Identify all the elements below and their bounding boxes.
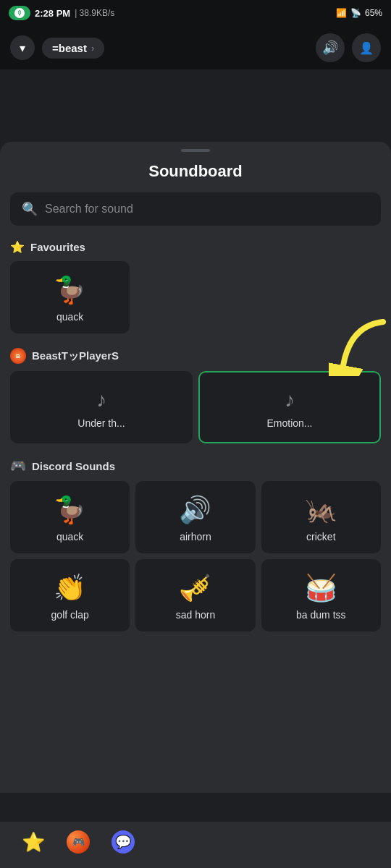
beast-players-header: B BeastTッPlayerS: [0, 348, 391, 371]
search-bar[interactable]: 🔍 Search for sound: [10, 192, 381, 226]
airhorn-label: airhorn: [180, 531, 211, 542]
mic-dot: 🎙: [14, 8, 25, 18]
sound-quack-discord[interactable]: 🦆 quack: [10, 481, 130, 553]
star-icon: ⭐: [10, 240, 25, 254]
channel-chevron-icon: ›: [91, 43, 94, 54]
search-placeholder: Search for sound: [45, 203, 133, 216]
speaker-icon: 🔊: [322, 40, 338, 56]
status-time: 2:28 PM: [35, 8, 70, 19]
add-user-icon: 👤: [359, 41, 374, 55]
beast-players-title: BeastTッPlayerS: [32, 349, 119, 363]
cricket-label: cricket: [306, 531, 335, 542]
top-bar-right: 🔊 👤: [316, 33, 381, 62]
ba-dum-tss-label: ba dum tss: [296, 609, 345, 621]
nav-discord[interactable]: 💬: [112, 830, 135, 854]
ba-dum-tss-icon: 🥁: [305, 573, 337, 603]
nav-favourites[interactable]: ⭐: [22, 831, 45, 854]
soundboard-panel: Soundboard 🔍 Search for sound ⭐ Favourit…: [0, 142, 391, 793]
bottom-nav: ⭐ 🎮 💬: [0, 821, 391, 868]
quack-discord-label: quack: [56, 531, 83, 542]
discord-sounds-title: Discord Sounds: [32, 460, 115, 472]
beast-sounds-grid: ♪ Under th... ♪ Emotion...: [0, 371, 391, 443]
beast-server-icon: B: [10, 348, 26, 364]
sad-horn-label: sad horn: [176, 609, 215, 621]
panel-handle: [0, 142, 391, 159]
status-left: 🎙 2:28 PM | 38.9KB/s: [9, 6, 114, 20]
emotion-label: Emotion...: [266, 417, 312, 429]
battery-indicator: 65%: [365, 8, 382, 18]
sound-quack-fav[interactable]: 🦆 quack: [10, 261, 130, 333]
sound-sad-horn[interactable]: 🎺 sad horn: [135, 559, 255, 631]
golf-clap-label: golf clap: [51, 609, 89, 621]
sound-emotion[interactable]: ♪ Emotion...: [198, 371, 381, 443]
sound-golf-clap[interactable]: 👏 golf clap: [10, 559, 130, 631]
star-nav-icon: ⭐: [22, 831, 45, 854]
mic-icon: 🎙: [17, 9, 23, 17]
sad-horn-icon: 🎺: [179, 573, 211, 603]
network-speed: | 38.9KB/s: [75, 8, 114, 18]
sound-ba-dum-tss[interactable]: 🥁 ba dum tss: [261, 559, 381, 631]
discord-icon: 🎮: [10, 458, 26, 474]
quack-discord-icon: 🦆: [54, 495, 86, 525]
signal-icon: 📶: [336, 8, 347, 18]
search-icon: 🔍: [22, 201, 38, 217]
discord-sounds-header: 🎮 Discord Sounds: [0, 458, 391, 481]
speaker-button[interactable]: 🔊: [316, 33, 345, 62]
favourites-grid: 🦆 quack: [0, 261, 391, 333]
status-right: 📶 📡 65%: [336, 8, 382, 18]
favourites-section: ⭐ Favourites 🦆 quack: [0, 240, 391, 333]
favourites-title: Favourites: [30, 241, 85, 253]
quack-fav-icon: 🦆: [54, 275, 86, 305]
top-bar: ▾ =beast › 🔊 👤: [0, 26, 391, 69]
nav-beast-server[interactable]: 🎮: [67, 830, 90, 854]
soundboard-title: Soundboard: [0, 159, 391, 192]
wifi-icon: 📡: [350, 8, 361, 18]
under-the-sea-label: Under th...: [77, 417, 125, 429]
status-bar: 🎙 2:28 PM | 38.9KB/s 📶 📡 65%: [0, 0, 391, 26]
chevron-down-icon: ▾: [20, 41, 25, 55]
sound-airhorn[interactable]: 🔊 airhorn: [135, 481, 255, 553]
beast-nav-icon: 🎮: [67, 830, 90, 854]
emotion-icon: ♪: [285, 388, 295, 412]
sound-cricket[interactable]: 🦗 cricket: [261, 481, 381, 553]
handle-bar: [181, 149, 210, 152]
channel-pill[interactable]: =beast ›: [42, 38, 104, 59]
cricket-icon: 🦗: [305, 495, 337, 525]
beast-players-section: B BeastTッPlayerS ♪ Under th... ♪ Emotion…: [0, 348, 391, 443]
mic-indicator: 🎙: [9, 6, 30, 20]
channel-name: =beast: [52, 42, 87, 54]
golf-clap-icon: 👏: [54, 573, 86, 603]
discord-sounds-section: 🎮 Discord Sounds 🦆 quack 🔊 airhorn 🦗 cri…: [0, 458, 391, 631]
top-bar-left: ▾ =beast ›: [10, 35, 104, 60]
favourites-header: ⭐ Favourites: [0, 240, 391, 261]
under-the-sea-icon: ♪: [96, 388, 106, 412]
discord-nav-icon: 💬: [112, 830, 135, 854]
quack-fav-label: quack: [56, 311, 83, 323]
airhorn-icon: 🔊: [179, 495, 211, 525]
sound-under-the-sea[interactable]: ♪ Under th...: [10, 371, 193, 443]
chevron-down-button[interactable]: ▾: [10, 35, 35, 60]
search-container: 🔍 Search for sound: [10, 192, 381, 226]
discord-sounds-grid: 🦆 quack 🔊 airhorn 🦗 cricket 👏 golf clap …: [0, 481, 391, 631]
add-user-button[interactable]: 👤: [352, 33, 381, 62]
